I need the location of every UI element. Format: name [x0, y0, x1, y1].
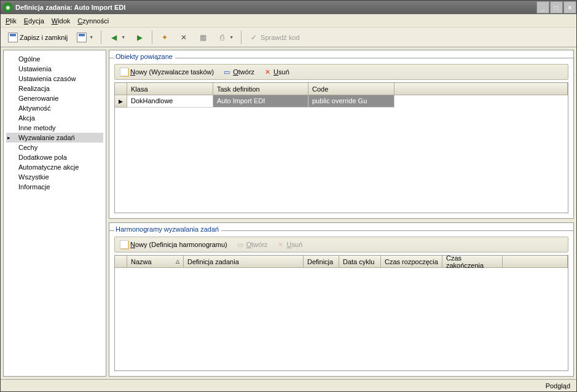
open-button[interactable]: ▭ Otwórz	[220, 66, 257, 77]
col-nazwa[interactable]: Nazwa△	[127, 256, 184, 268]
related-objects-grid[interactable]: Klasa Task definition Code ▶ DokHandlowe…	[114, 82, 568, 213]
sidebar-item-inne-metody[interactable]: Inne metody	[6, 123, 103, 133]
col-taskdef[interactable]: Task definition	[213, 83, 308, 95]
sidebar-item-realizacja[interactable]: Realizacja	[6, 84, 103, 93]
menu-view[interactable]: Widok	[52, 17, 71, 25]
check-code-button[interactable]: ✓ Sprawdź kod	[245, 30, 304, 45]
schedules-grid[interactable]: Nazwa△ Definicja zadania Definicja Data …	[114, 255, 568, 371]
col-datacyklu[interactable]: Data cyklu	[339, 256, 381, 268]
new-schedule-button[interactable]: Nowy (Definicja harmonogramu)	[117, 239, 230, 250]
cell-taskdef: Auto Import EDI	[213, 95, 308, 108]
sidebar-item-akcja[interactable]: Akcja	[6, 113, 103, 123]
statusbar: Podgląd	[1, 379, 576, 391]
sparkle-icon: ✦	[160, 33, 170, 42]
delete-button[interactable]: ✕ Usuń	[261, 66, 292, 77]
open-icon: ▭	[236, 240, 245, 249]
save-button[interactable]: ▼	[73, 30, 97, 45]
delete-icon: ✕	[277, 240, 285, 249]
menu-actions[interactable]: Czynności	[77, 17, 109, 25]
panel-bottom-toolbar: Nowy (Definicja harmonogramu) ▭ Otwórz ✕…	[114, 237, 568, 253]
row-indicator-icon: ▶	[115, 95, 127, 108]
menu-file[interactable]: Plik	[6, 17, 17, 25]
delete-schedule-button[interactable]: ✕ Usuń	[274, 239, 305, 250]
window-title: Definicja zadania: Auto Import EDI	[15, 4, 536, 11]
menubar: Plik Edycja Widok Czynności	[1, 14, 576, 28]
close-button[interactable]: ×	[563, 1, 576, 14]
arrow-left-icon: ◀	[109, 33, 119, 42]
panel-bottom-title: Harmonogramy wyzwalania zadań	[109, 223, 573, 234]
print-button[interactable]: ⎙▼	[213, 30, 237, 45]
save-icon	[77, 33, 87, 42]
sidebar-item-ogólne[interactable]: Ogólne	[6, 54, 103, 64]
sidebar-item-ustawienia[interactable]: Ustawienia	[6, 64, 103, 74]
sidebar: OgólneUstawieniaUstawienia czasówRealiza…	[3, 50, 106, 377]
tool-button-1[interactable]: ✦	[156, 30, 173, 45]
panel-top-title: Obiekty powiązane	[109, 50, 573, 61]
col-defzad[interactable]: Definicja zadania	[184, 256, 304, 268]
document-icon: ▦	[198, 33, 208, 42]
wrench-icon: ✕	[179, 33, 189, 42]
printer-icon: ⎙	[217, 33, 227, 42]
table-row[interactable]: ▶ DokHandlowe Auto Import EDI public ove…	[115, 95, 568, 108]
main-toolbar: Zapisz i zamknij ▼ ◀▼ ▶ ✦ ✕ ▦ ⎙▼ ✓ Spraw…	[1, 28, 576, 47]
sidebar-item-wyzwalanie-zadań[interactable]: Wyzwalanie zadań▸	[6, 133, 103, 143]
sidebar-item-dodatkowe-pola[interactable]: Dodatkowe pola	[6, 152, 103, 162]
col-klasa[interactable]: Klasa	[127, 83, 213, 95]
titlebar: ◉ Definicja zadania: Auto Import EDI _ □…	[1, 1, 576, 14]
arrow-right-icon: ▶	[135, 33, 144, 42]
col-code[interactable]: Code	[308, 83, 394, 95]
sidebar-item-automatyczne-akcje[interactable]: Automatyczne akcje	[6, 162, 103, 172]
nav-back-button[interactable]: ◀▼	[105, 30, 129, 45]
delete-icon: ✕	[263, 68, 272, 76]
sidebar-item-cechy[interactable]: Cechy	[6, 143, 103, 152]
check-icon: ✓	[249, 33, 259, 42]
new-trigger-button[interactable]: Nowy (Wyzwalacze tasków)	[117, 66, 216, 77]
save-close-button[interactable]: Zapisz i zamknij	[4, 30, 71, 45]
sort-asc-icon: △	[176, 259, 179, 264]
panel-schedules: Harmonogramy wyzwalania zadań Nowy (Defi…	[109, 222, 574, 377]
arrow-right-icon: ▸	[7, 135, 10, 141]
col-definicja[interactable]: Definicja	[304, 256, 339, 268]
sidebar-item-aktywność[interactable]: Aktywność	[6, 103, 103, 113]
tool-button-2[interactable]: ✕	[175, 30, 192, 45]
save-close-label: Zapisz i zamknij	[20, 34, 68, 41]
check-code-label: Sprawdź kod	[261, 34, 300, 41]
cell-klasa: DokHandlowe	[127, 95, 213, 108]
sidebar-item-ustawienia-czasów[interactable]: Ustawienia czasów	[6, 74, 103, 84]
maximize-button[interactable]: □	[550, 1, 563, 14]
new-icon	[120, 68, 128, 76]
app-icon: ◉	[3, 2, 13, 12]
minimize-button[interactable]: _	[536, 1, 549, 14]
new-icon	[120, 240, 128, 249]
tool-button-3[interactable]: ▦	[194, 30, 211, 45]
col-czasroz[interactable]: Czas rozpoczęcia	[381, 256, 442, 268]
sidebar-item-generowanie[interactable]: Generowanie	[6, 93, 103, 103]
menu-edit[interactable]: Edycja	[24, 17, 44, 25]
sidebar-item-wszystkie[interactable]: Wszystkie	[6, 172, 103, 182]
status-preview[interactable]: Podgląd	[546, 382, 570, 390]
cell-code: public override Gu	[308, 95, 394, 108]
col-czaszak[interactable]: Czas zakończenia	[442, 256, 503, 268]
panel-top-toolbar: Nowy (Wyzwalacze tasków) ▭ Otwórz ✕ Usuń	[114, 64, 568, 80]
open-schedule-button[interactable]: ▭ Otwórz	[234, 239, 270, 250]
save-icon	[8, 33, 18, 42]
sidebar-item-informacje[interactable]: Informacje	[6, 182, 103, 192]
nav-forward-button[interactable]: ▶	[131, 30, 148, 45]
panel-related-objects: Obiekty powiązane Nowy (Wyzwalacze taskó…	[109, 50, 574, 219]
open-icon: ▭	[222, 68, 231, 76]
